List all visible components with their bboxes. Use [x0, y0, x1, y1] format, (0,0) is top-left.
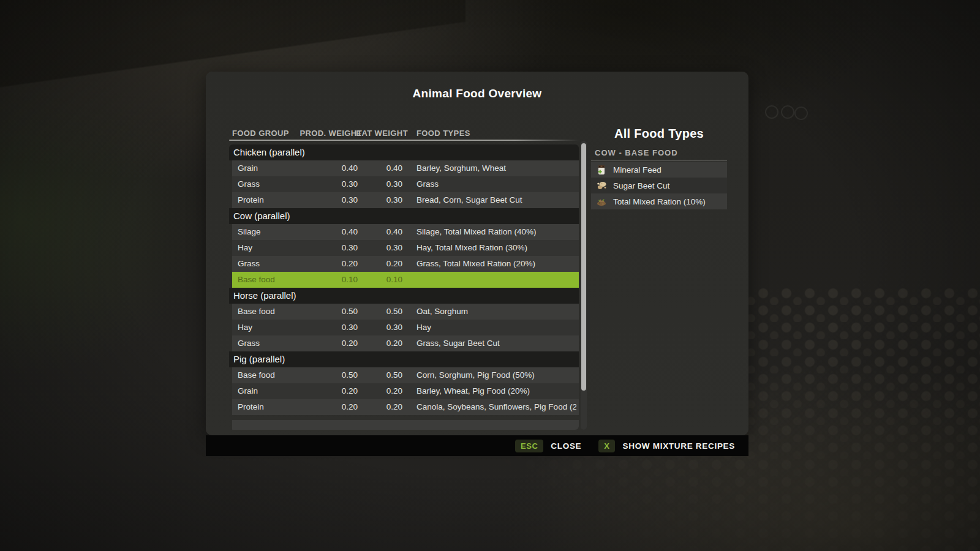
- close-button[interactable]: CLOSE: [551, 441, 581, 451]
- cell-food-group: Protein: [238, 192, 264, 208]
- cell-eat-weight: 0.30: [366, 176, 402, 192]
- table-row[interactable]: Silage0.400.40Silage, Total Mixed Ration…: [232, 224, 579, 240]
- cell-eat-weight: 0.20: [366, 256, 402, 272]
- cell-eat-weight: 0.50: [366, 367, 402, 383]
- table-row[interactable]: Grass0.300.30Grass: [232, 176, 579, 192]
- table-scrollbar-track[interactable]: [581, 141, 587, 430]
- table-row[interactable]: Base food0.500.50Oat, Sorghum: [232, 304, 579, 320]
- food-table[interactable]: Chicken (parallel)Grain0.400.40Barley, S…: [229, 144, 579, 430]
- cell-prod-weight: 0.40: [321, 224, 358, 240]
- cell-food-group: Grass: [238, 176, 260, 192]
- dialog-panel: Animal Food Overview FOOD GROUP PROD. WE…: [206, 72, 748, 435]
- food-type-label: Total Mixed Ration (10%): [613, 197, 706, 206]
- cell-prod-weight: 0.30: [321, 192, 358, 208]
- section-name: Cow (parallel): [233, 208, 290, 224]
- cell-food-types: Barley, Sorghum, Wheat: [417, 160, 576, 176]
- sidebar-title: All Food Types: [591, 127, 727, 141]
- cell-prod-weight: 0.30: [321, 240, 358, 256]
- table-section-header: Pig (parallel): [229, 351, 579, 367]
- x-key-badge[interactable]: X: [598, 440, 615, 452]
- column-header-prod-weight: PROD. WEIGHT: [300, 127, 362, 140]
- cell-prod-weight: 0.20: [321, 335, 358, 351]
- mineral-feed-icon: [596, 164, 607, 175]
- table-row-selected[interactable]: Base food0.100.10Mineral Feed, Sugar Bee…: [232, 272, 579, 288]
- table-header-row: FOOD GROUP PROD. WEIGHT EAT WEIGHT FOOD …: [229, 127, 579, 140]
- animal-food-overview-dialog: Animal Food Overview FOOD GROUP PROD. WE…: [206, 72, 748, 456]
- cell-eat-weight: 0.30: [366, 320, 402, 335]
- table-row[interactable]: Hay0.300.30Hay, Total Mixed Ration (30%): [232, 240, 579, 256]
- cell-food-group: Silage: [238, 224, 261, 240]
- cell-prod-weight: 0.40: [321, 160, 358, 176]
- table-row[interactable]: Grass0.200.20Grass, Sugar Beet Cut: [232, 335, 579, 351]
- section-name: Pig (parallel): [233, 351, 285, 367]
- cell-eat-weight: 0.20: [366, 335, 402, 351]
- table-section-header: Cow (parallel): [229, 208, 579, 224]
- cell-eat-weight: 0.20: [366, 399, 402, 415]
- food-type-list-item[interactable]: Total Mixed Ration (10%): [591, 193, 727, 209]
- cell-food-group: Grass: [238, 335, 260, 351]
- cell-prod-weight: 0.30: [321, 320, 358, 335]
- table-row[interactable]: Grass0.200.20Grass, Total Mixed Ration (…: [232, 256, 579, 272]
- cell-food-group: Base food: [238, 272, 275, 288]
- cell-food-group: Protein: [238, 399, 264, 415]
- table-scrollbar-thumb[interactable]: [581, 143, 586, 391]
- cell-eat-weight: 0.40: [366, 224, 402, 240]
- table-row[interactable]: Base food0.500.50Corn, Sorghum, Pig Food…: [232, 367, 579, 383]
- total-mixed-ration-icon: [596, 196, 607, 207]
- esc-key-badge[interactable]: ESC: [515, 440, 543, 452]
- section-name: Horse (parallel): [233, 288, 296, 304]
- table-row[interactable]: Grain0.200.20Barley, Wheat, Pig Food (20…: [232, 383, 579, 399]
- cell-food-types: Grass, Sugar Beet Cut: [417, 335, 576, 351]
- cell-food-group: Base food: [238, 304, 275, 320]
- column-header-food-group: FOOD GROUP: [232, 127, 289, 140]
- table-header-divider: [229, 140, 579, 141]
- table-section-header: Chicken (parallel): [229, 144, 579, 160]
- cell-prod-weight: 0.50: [321, 304, 358, 320]
- food-type-list: Mineral FeedSugar Beet CutTotal Mixed Ra…: [591, 162, 727, 209]
- cell-eat-weight: 0.20: [366, 383, 402, 399]
- table-row[interactable]: Protein0.200.20Canola, Soybeans, Sunflow…: [232, 399, 579, 415]
- column-header-food-types: FOOD TYPES: [417, 127, 470, 140]
- cell-food-group: Grain: [238, 383, 258, 399]
- cell-food-types: Grass: [417, 176, 576, 192]
- cell-food-types: Canola, Soybeans, Sunflowers, Pig Food (…: [417, 399, 576, 415]
- cell-food-types: Hay, Total Mixed Ration (30%): [417, 240, 576, 256]
- cell-food-types: Corn, Sorghum, Pig Food (50%): [417, 367, 576, 383]
- cell-eat-weight: 0.50: [366, 304, 402, 320]
- show-mixture-recipes-button[interactable]: SHOW MIXTURE RECIPES: [622, 441, 735, 451]
- cell-food-group: Grass: [238, 256, 260, 272]
- sidebar-section-label: COW - BASE FOOD: [595, 148, 678, 157]
- cell-eat-weight: 0.40: [366, 160, 402, 176]
- cell-food-group: Hay: [238, 240, 252, 256]
- table-row[interactable]: Grain0.400.40Barley, Sorghum, Wheat: [232, 160, 579, 176]
- cell-prod-weight: 0.20: [321, 383, 358, 399]
- footer-bar: ESC CLOSE X SHOW MIXTURE RECIPES: [206, 435, 748, 456]
- column-header-eat-weight: EAT WEIGHT: [356, 127, 408, 140]
- food-type-label: Mineral Feed: [613, 165, 662, 174]
- food-type-list-item[interactable]: Mineral Feed: [591, 162, 727, 178]
- cell-eat-weight: 0.30: [366, 192, 402, 208]
- cell-food-types: Grass, Total Mixed Ration (20%): [417, 256, 576, 272]
- cell-food-types: Oat, Sorghum: [417, 304, 576, 320]
- cell-prod-weight: 0.20: [321, 399, 358, 415]
- table-row-partial: [232, 420, 579, 430]
- cell-food-types: Bread, Corn, Sugar Beet Cut: [417, 192, 576, 208]
- cell-food-group: Grain: [238, 160, 258, 176]
- table-row[interactable]: Hay0.300.30Hay: [232, 320, 579, 335]
- table-section-header: Horse (parallel): [229, 288, 579, 304]
- cell-food-types: Barley, Wheat, Pig Food (20%): [417, 383, 576, 399]
- cell-prod-weight: 0.50: [321, 367, 358, 383]
- food-type-list-item[interactable]: Sugar Beet Cut: [591, 178, 727, 193]
- sugar-beet-cut-icon: [596, 180, 607, 191]
- sidebar-section-divider: [591, 160, 727, 160]
- section-name: Chicken (parallel): [233, 144, 305, 160]
- cell-food-group: Base food: [238, 367, 275, 383]
- cell-prod-weight: 0.10: [321, 272, 358, 288]
- page-title: Animal Food Overview: [206, 87, 748, 100]
- cell-prod-weight: 0.20: [321, 256, 358, 272]
- table-row[interactable]: Protein0.300.30Bread, Corn, Sugar Beet C…: [232, 192, 579, 208]
- cell-food-types: Hay: [417, 320, 576, 335]
- cell-eat-weight: 0.30: [366, 240, 402, 256]
- cell-food-types: Silage, Total Mixed Ration (40%): [417, 224, 576, 240]
- cell-eat-weight: 0.10: [366, 272, 402, 288]
